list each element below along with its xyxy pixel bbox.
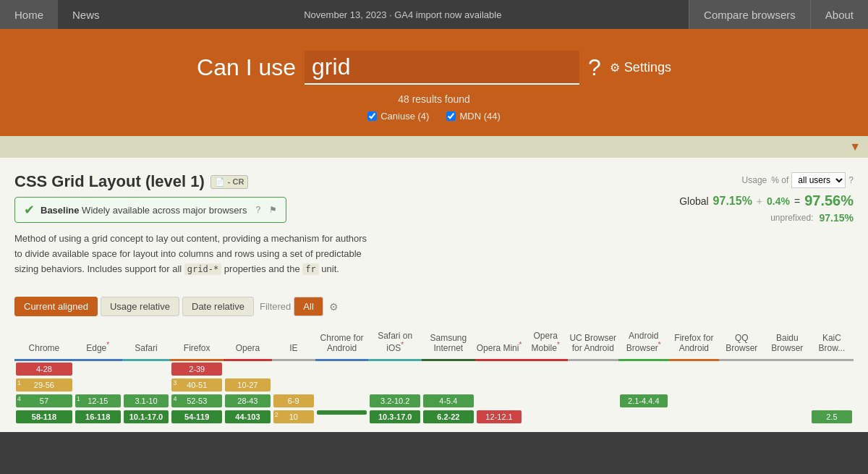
unprefixed-value: 97.15%	[820, 212, 854, 224]
usage-unprefixed-row: unprefixed: 97.15%	[651, 212, 854, 224]
version-cell[interactable]: 3.1-10	[124, 394, 169, 407]
version-cell[interactable]: 2-39	[171, 363, 222, 376]
version-cell[interactable]: 340-51	[171, 378, 222, 392]
settings-button[interactable]: ⚙ Settings	[610, 60, 671, 75]
filter-bar: ▼	[0, 136, 868, 158]
version-cell[interactable]: 129-56	[16, 378, 72, 392]
baseline-flag-icon[interactable]: ⚑	[269, 205, 277, 215]
tab-settings-icon[interactable]: ⚙	[329, 301, 339, 313]
feature-description: Method of using a grid concept to lay ou…	[14, 232, 376, 276]
version-cell[interactable]	[317, 410, 367, 415]
feature-title-row: CSS Grid Layout (level 1) 📄 - CR	[14, 172, 651, 191]
tab-all[interactable]: All	[294, 297, 323, 316]
filter-checkboxes: Caniuse (4) MDN (44)	[367, 111, 501, 122]
version-cell[interactable]: 10-27	[225, 378, 271, 392]
hero-question: ?	[588, 54, 601, 81]
table-row: 4-28 2-39	[14, 361, 854, 377]
header-chrome: Chrome	[14, 328, 74, 359]
baseline-box: ✔ Baseline Widely available across major…	[14, 197, 286, 223]
version-cell[interactable]: 10.3-17.0	[370, 410, 420, 423]
usage-question-icon[interactable]: ?	[848, 175, 854, 185]
version-cell[interactable]: 112-15	[75, 394, 121, 407]
nav-home[interactable]: Home	[0, 0, 58, 29]
header-edge: Edge*	[74, 328, 122, 359]
hero-section: Can I use ? ⚙ Settings 48 results found …	[0, 29, 868, 136]
nav-news[interactable]: News	[58, 0, 114, 29]
version-cell[interactable]: 44-103	[225, 410, 271, 423]
version-cell[interactable]: 10.1-17.0	[124, 410, 169, 423]
header-firefox: Firefox	[170, 328, 224, 359]
baseline-info-icon[interactable]: ?	[255, 205, 260, 215]
badge-icon: 📄	[215, 177, 225, 187]
view-tabs: Current aligned Usage relative Date rela…	[14, 297, 854, 316]
code-grid-star: grid-*	[184, 263, 221, 275]
header-qq: QQ Browser	[719, 328, 765, 359]
mdn-filter[interactable]: MDN (44)	[446, 111, 500, 122]
header-baidu: Baidu Browser	[765, 328, 810, 359]
results-count: 48 results found	[398, 93, 470, 105]
version-cell[interactable]: 58-118	[16, 410, 72, 423]
header-opera: Opera	[224, 328, 272, 359]
feature-header: CSS Grid Layout (level 1) 📄 - CR ✔ Basel…	[14, 172, 854, 287]
usage-equals: =	[794, 195, 800, 207]
caniuse-filter[interactable]: Caniuse (4)	[367, 111, 429, 122]
feature-badge: 📄 - CR	[210, 175, 249, 189]
version-cell[interactable]: 452-53	[171, 394, 222, 407]
version-cell[interactable]: 3.2-10.2	[370, 394, 420, 407]
header-uc: UC Browser for Android	[568, 328, 618, 359]
nav-about[interactable]: About	[810, 0, 868, 29]
header-opera-mobile: Opera Mobile*	[523, 328, 567, 359]
header-firefox-android: Firefox for Android	[669, 328, 719, 359]
tab-current-aligned[interactable]: Current aligned	[14, 297, 98, 316]
version-cell[interactable]: 12-12.1	[477, 410, 522, 423]
version-cell[interactable]: 4-28	[16, 363, 72, 376]
filter-icon[interactable]: ▼	[849, 140, 861, 153]
hero-label: Can I use	[197, 54, 296, 81]
header-opera-mini: Opera Mini*	[475, 328, 524, 359]
settings-label: Settings	[624, 60, 671, 75]
baseline-check-icon: ✔	[24, 202, 35, 218]
header-android: Android Browser*	[618, 328, 669, 359]
baseline-text: Baseline Widely available across major b…	[41, 205, 247, 216]
usage-selector: % of all users ?	[771, 172, 854, 188]
tab-date-relative[interactable]: Date relative	[182, 297, 254, 316]
unprefixed-label: unprefixed:	[770, 213, 813, 223]
version-cell[interactable]: 2.5	[812, 410, 852, 423]
search-row: Can I use ? ⚙ Settings	[197, 51, 671, 85]
feature-title-text: CSS Grid Layout (level 1)	[14, 172, 205, 191]
usage-panel: Usage % of all users ? Global 97.15% + 0…	[651, 172, 854, 224]
code-fr: fr	[302, 263, 318, 275]
version-cell[interactable]: 4-5.4	[423, 394, 474, 407]
version-cell[interactable]: 457	[16, 394, 72, 407]
search-input[interactable]	[305, 51, 579, 85]
header-chrome-android: Chrome for Android	[315, 328, 369, 359]
tab-usage-relative[interactable]: Usage relative	[101, 297, 179, 316]
table-row: 129-56 340-51 10-27	[14, 377, 854, 393]
gear-icon: ⚙	[610, 61, 620, 75]
table-row: 58-118 16-118 10.1-17.0 54-119 44-103 21…	[14, 409, 854, 425]
feature-title-area: CSS Grid Layout (level 1) 📄 - CR ✔ Basel…	[14, 172, 651, 287]
version-cell[interactable]: 28-43	[225, 394, 271, 407]
usage-global-row: Global 97.15% + 0.4% = 97.56%	[651, 192, 854, 209]
version-cell[interactable]: 6.2-22	[423, 410, 474, 423]
nav-compare[interactable]: Compare browsers	[689, 0, 810, 29]
filtered-label: Filtered	[260, 301, 291, 312]
version-cell[interactable]: 2.1-4.4.4	[620, 394, 668, 407]
table-row: 457 112-15 3.1-10 452-53 28-43 6-9 3.2-1…	[14, 393, 854, 409]
usage-users-select[interactable]: all users	[791, 172, 846, 188]
usage-main-number: 97.15%	[713, 195, 752, 208]
version-cell[interactable]: 210	[273, 410, 314, 423]
header-safari: Safari	[122, 328, 171, 359]
usage-total-number: 97.56%	[804, 192, 854, 209]
browser-header-row: Chrome Edge* Safari Firefox Opera IE Chr…	[14, 328, 854, 359]
usage-scope: Global	[651, 195, 709, 207]
version-cell[interactable]: 54-119	[171, 410, 222, 423]
version-cell[interactable]: 6-9	[273, 394, 314, 407]
nav-announcement: November 13, 2023 · GA4 import now avail…	[114, 0, 689, 29]
header-kaios: KaiC Brow...	[810, 328, 854, 359]
navbar: Home News November 13, 2023 · GA4 import…	[0, 0, 868, 29]
header-ie: IE	[272, 328, 315, 359]
header-safari-ios: Safari on iOS*	[368, 328, 422, 359]
version-cell[interactable]: 16-118	[75, 410, 121, 423]
main-content: CSS Grid Layout (level 1) 📄 - CR ✔ Basel…	[0, 158, 868, 432]
